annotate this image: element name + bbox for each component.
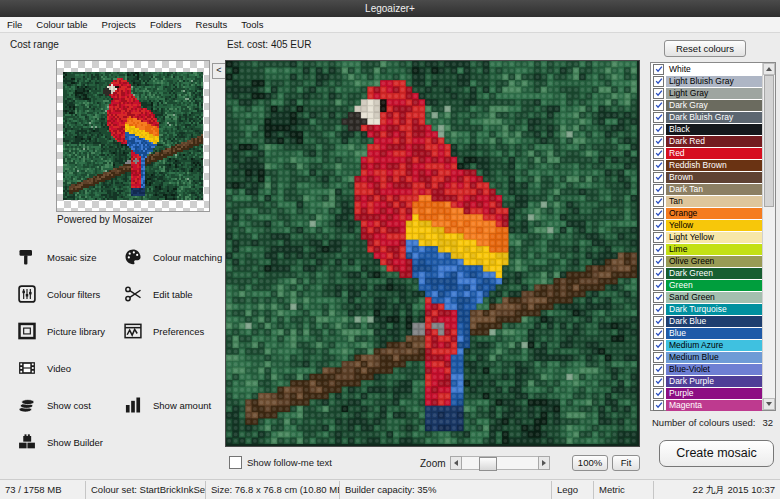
- colour-checkbox[interactable]: [653, 160, 664, 171]
- title-bar[interactable]: Legoaizer+: [0, 0, 780, 17]
- collapse-panel-button[interactable]: <: [212, 63, 226, 79]
- colour-row-orange[interactable]: Orange: [652, 207, 762, 219]
- colour-row-light-yellow[interactable]: Light Yellow: [652, 231, 762, 243]
- zoom-slider-thumb[interactable]: [479, 457, 497, 471]
- fit-button[interactable]: Fit: [612, 455, 640, 471]
- colour-row-medium-blue[interactable]: Medium Blue: [652, 351, 762, 363]
- colour-checkbox[interactable]: [653, 328, 664, 339]
- show-follow-row: Show follow-me text: [228, 456, 332, 469]
- mosaic-canvas[interactable]: [226, 61, 637, 444]
- colours-used-value: 32: [762, 417, 773, 428]
- zoom-slider[interactable]: [450, 456, 550, 470]
- zoom-slider-right-arrow-icon[interactable]: [538, 456, 550, 470]
- colour-row-black[interactable]: Black: [652, 123, 762, 135]
- colour-row-dark-turquoise[interactable]: Dark Turquoise: [652, 303, 762, 315]
- window-title: Legoaizer+: [365, 3, 415, 14]
- zoom-100-button[interactable]: 100%: [572, 455, 608, 471]
- colour-row-light-bluish-gray[interactable]: Light Bluish Gray: [652, 75, 762, 87]
- colour-row-dark-green[interactable]: Dark Green: [652, 267, 762, 279]
- colour-row-dark-tan[interactable]: Dark Tan: [652, 183, 762, 195]
- colour-row-red[interactable]: Red: [652, 147, 762, 159]
- tool-show-builder[interactable]: Show Builder: [16, 427, 103, 457]
- reset-colours-button[interactable]: Reset colours: [664, 40, 746, 57]
- bricks-icon: [16, 431, 38, 453]
- tool-mosaic-size[interactable]: Mosaic size: [16, 242, 97, 272]
- colour-checkbox[interactable]: [653, 124, 664, 135]
- tool-picture-library[interactable]: Picture library: [16, 316, 105, 346]
- zoom-slider-left-arrow-icon[interactable]: [450, 456, 462, 470]
- zoom-slider-track[interactable]: [462, 456, 538, 470]
- colour-row-magenta[interactable]: Magenta: [652, 399, 762, 411]
- colour-checkbox[interactable]: [653, 244, 664, 255]
- create-mosaic-button[interactable]: Create mosaic: [659, 440, 774, 467]
- colour-checkbox[interactable]: [653, 220, 664, 231]
- colour-row-olive-green[interactable]: Olive Green: [652, 255, 762, 267]
- scroll-up-arrow-icon[interactable]: [763, 63, 775, 75]
- menu-item-colour-table[interactable]: Colour table: [29, 17, 94, 32]
- colour-row-dark-blue[interactable]: Dark Blue: [652, 315, 762, 327]
- tool-edit-table[interactable]: Edit table: [122, 279, 193, 309]
- colour-row-light-gray[interactable]: Light Gray: [652, 87, 762, 99]
- tool-colour-matching[interactable]: Colour matching: [122, 242, 222, 272]
- colour-row-dark-gray[interactable]: Dark Gray: [652, 99, 762, 111]
- mosaic-preview[interactable]: [225, 60, 640, 447]
- colour-checkbox[interactable]: [653, 400, 664, 411]
- tool-video[interactable]: Video: [16, 353, 71, 383]
- menu-item-file[interactable]: File: [0, 17, 29, 32]
- colour-checkbox[interactable]: [653, 232, 664, 243]
- colour-row-lime[interactable]: Lime: [652, 243, 762, 255]
- tool-colour-filters[interactable]: Colour filters: [16, 279, 100, 309]
- tool-show-cost[interactable]: Show cost: [16, 390, 91, 420]
- colour-checkbox[interactable]: [653, 280, 664, 291]
- colour-checkbox[interactable]: [653, 88, 664, 99]
- colour-list-scrollbar[interactable]: [762, 63, 775, 410]
- colour-row-medium-azure[interactable]: Medium Azure: [652, 339, 762, 351]
- tool-preferences[interactable]: Preferences: [122, 316, 204, 346]
- colour-checkbox[interactable]: [653, 340, 664, 351]
- colour-row-reddish-brown[interactable]: Reddish Brown: [652, 159, 762, 171]
- menu-item-folders[interactable]: Folders: [143, 17, 189, 32]
- scroll-down-arrow-icon[interactable]: [763, 398, 775, 410]
- colour-row-yellow[interactable]: Yellow: [652, 219, 762, 231]
- scrollbar-thumb[interactable]: [764, 75, 774, 207]
- colour-checkbox[interactable]: [653, 316, 664, 327]
- colour-checkbox[interactable]: [653, 352, 664, 363]
- colour-row-purple[interactable]: Purple: [652, 387, 762, 399]
- colour-row-dark-purple[interactable]: Dark Purple: [652, 375, 762, 387]
- colour-checkbox[interactable]: [653, 364, 664, 375]
- powered-by-label: Powered by Mosaizer: [57, 214, 153, 225]
- colour-row-sand-green[interactable]: Sand Green: [652, 291, 762, 303]
- colour-checkbox[interactable]: [653, 268, 664, 279]
- colour-row-dark-red[interactable]: Dark Red: [652, 135, 762, 147]
- menu-item-results[interactable]: Results: [189, 17, 235, 32]
- colour-checkbox[interactable]: [653, 136, 664, 147]
- colour-row-brown[interactable]: Brown: [652, 171, 762, 183]
- menu-item-projects[interactable]: Projects: [95, 17, 143, 32]
- tool-show-amount[interactable]: Show amount: [122, 390, 211, 420]
- colour-row-blue-violet[interactable]: Blue-Violet: [652, 363, 762, 375]
- colour-checkbox[interactable]: [653, 376, 664, 387]
- colour-row-tan[interactable]: Tan: [652, 195, 762, 207]
- colour-checkbox[interactable]: [653, 64, 664, 75]
- colour-checkbox[interactable]: [653, 388, 664, 399]
- menu-item-tools[interactable]: Tools: [234, 17, 270, 32]
- colour-checkbox[interactable]: [653, 292, 664, 303]
- colour-checkbox[interactable]: [653, 208, 664, 219]
- colour-checkbox[interactable]: [653, 76, 664, 87]
- colour-row-blue[interactable]: Blue: [652, 327, 762, 339]
- colour-checkbox[interactable]: [653, 172, 664, 183]
- colour-row-dark-bluish-gray[interactable]: Dark Bluish Gray: [652, 111, 762, 123]
- colour-checkbox[interactable]: [653, 100, 664, 111]
- colour-checkbox[interactable]: [653, 256, 664, 267]
- colour-row-white[interactable]: White: [652, 63, 762, 75]
- colour-swatch: Blue: [666, 328, 762, 339]
- tool-label: Picture library: [47, 326, 105, 337]
- colour-row-green[interactable]: Green: [652, 279, 762, 291]
- show-follow-checkbox[interactable]: [229, 456, 242, 469]
- colour-checkbox[interactable]: [653, 148, 664, 159]
- colour-checkbox[interactable]: [653, 304, 664, 315]
- colour-checkbox[interactable]: [653, 184, 664, 195]
- colour-checkbox[interactable]: [653, 196, 664, 207]
- colour-rows: WhiteLight Bluish GrayLight GrayDark Gra…: [652, 63, 762, 411]
- colour-checkbox[interactable]: [653, 112, 664, 123]
